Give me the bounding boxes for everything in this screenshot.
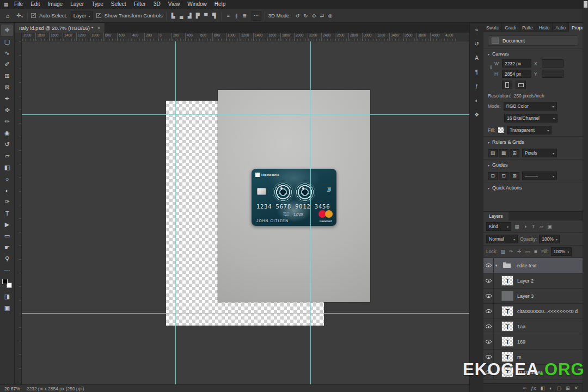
blur-tool[interactable]: ○	[1, 173, 13, 185]
layer-visibility-toggle[interactable]	[483, 304, 494, 318]
hand-tool[interactable]: ☛	[1, 242, 13, 253]
3d-pan-icon[interactable]: ⊕	[310, 11, 317, 21]
color-mode-dropdown[interactable]: RGB Color	[504, 102, 557, 111]
layer-row[interactable]: 1aa	[483, 319, 583, 334]
height-input[interactable]: 2854 px	[502, 70, 531, 78]
align-top-icon[interactable]: ▛	[194, 11, 201, 21]
align-h-center-icon[interactable]: ▄	[178, 11, 185, 21]
new-group-icon[interactable]: ▢	[556, 385, 561, 391]
gradient-tool[interactable]: ◧	[1, 162, 13, 173]
guide-horizontal-bottom[interactable]	[22, 313, 469, 314]
3d-scale-icon[interactable]: ◎	[327, 11, 334, 21]
current-tool-button[interactable]: ✛	[15, 11, 24, 21]
clone-stamp-tool[interactable]: ◉	[1, 127, 13, 139]
rulers-grids-section-header[interactable]: Rulers & Grids	[483, 136, 583, 147]
panel-scrollbar[interactable]	[583, 0, 588, 392]
add-vertical-guide-icon[interactable]: ⊡	[499, 172, 509, 180]
tab-actions[interactable]: Actio	[553, 23, 569, 32]
clear-guides-icon[interactable]: ⊠	[510, 172, 519, 180]
home-icon[interactable]: ⌂	[3, 11, 12, 21]
layer-thumbnail[interactable]	[502, 337, 513, 346]
distribute-v-icon[interactable]: ≡	[225, 11, 232, 21]
bit-depth-dropdown[interactable]: 16 Bits/Channel	[504, 114, 558, 122]
guide-horizontal-top[interactable]	[22, 114, 469, 115]
layer-row[interactable]: Layer 2	[483, 273, 583, 289]
healing-brush-tool[interactable]: ✜	[1, 105, 13, 116]
color-swatches[interactable]	[2, 279, 12, 288]
lock-transparency-icon[interactable]: ▨	[499, 248, 506, 255]
layer-name[interactable]: m	[517, 354, 583, 360]
glyphs-panel-icon[interactable]: ƒ	[471, 82, 482, 90]
scrollbar-thumb[interactable]	[584, 1, 587, 8]
portrait-orientation-button[interactable]	[502, 81, 512, 89]
align-v-center-icon[interactable]: ▀	[203, 11, 210, 21]
layer-thumbnail[interactable]	[501, 261, 512, 270]
canvas-area[interactable]: Hipotecario ))) 1234 5678 9012 3456 VALI…	[22, 41, 469, 384]
delete-layer-icon[interactable]: ✕	[574, 385, 578, 391]
libraries-panel-icon[interactable]: ❖	[471, 110, 482, 119]
tab-gradients[interactable]: Gradi	[502, 23, 519, 32]
layer-name[interactable]: cita0000000...<<<<<<<<0 d	[517, 309, 583, 314]
character-panel-icon[interactable]: A	[471, 53, 482, 62]
guides-section-header[interactable]: Guides	[483, 159, 583, 170]
toggle-rulers-icon[interactable]: ▤	[488, 149, 498, 157]
menu-item[interactable]: Type	[88, 0, 107, 9]
more-options-button[interactable]: ⋯	[252, 11, 261, 21]
x-input[interactable]	[542, 59, 564, 68]
tab-patterns[interactable]: Patte	[519, 23, 536, 32]
canvas-section-header[interactable]: Canvas	[483, 48, 583, 59]
width-input[interactable]: 2232 px	[502, 59, 531, 68]
link-layers-icon[interactable]: ∞	[523, 385, 526, 391]
layer-name[interactable]: 169	[517, 339, 583, 345]
quick-selection-tool[interactable]: ✐	[1, 59, 13, 70]
opacity-input[interactable]: 100%	[539, 235, 560, 243]
menu-item[interactable]: Layer	[66, 0, 88, 9]
lock-artboard-icon[interactable]: ▭	[524, 248, 531, 255]
history-panel-icon[interactable]: ↺	[471, 39, 482, 48]
layer-name[interactable]: Layer 3	[517, 293, 583, 299]
layer-name[interactable]: Layer 2	[517, 278, 583, 284]
3d-slide-icon[interactable]: ⇄	[318, 11, 326, 21]
layer-thumbnail[interactable]	[502, 276, 513, 285]
3d-roll-icon[interactable]: ↻	[302, 11, 309, 21]
align-bottom-icon[interactable]: ▜	[211, 11, 218, 21]
layer-visibility-toggle[interactable]	[483, 289, 494, 303]
lasso-tool[interactable]: ∿	[1, 47, 13, 59]
move-tool[interactable]: ✛	[1, 24, 13, 36]
ruler-origin-box[interactable]	[15, 33, 22, 41]
path-selection-tool[interactable]: ▶	[1, 219, 13, 230]
photo-layer[interactable]: Hipotecario ))) 1234 5678 9012 3456 VALI…	[218, 90, 370, 302]
marquee-tool[interactable]: ▢	[1, 36, 13, 47]
layer-fill-input[interactable]: 100%	[551, 247, 572, 256]
close-tab-icon[interactable]: ×	[97, 25, 100, 31]
guide-vertical-right[interactable]	[310, 41, 311, 384]
adjustment-layer-icon[interactable]: ◐	[549, 385, 552, 391]
blend-mode-dropdown[interactable]: Normal	[486, 235, 518, 243]
menu-item[interactable]: View	[164, 0, 184, 9]
filter-smart-objects-icon[interactable]: ▣	[546, 223, 553, 230]
foreground-color-swatch[interactable]	[2, 279, 8, 284]
link-dimensions-icon[interactable]: ∞	[488, 65, 494, 72]
layer-name[interactable]: edite text	[517, 263, 583, 268]
show-transform-checkbox[interactable]	[96, 13, 101, 18]
guide-vertical-left[interactable]	[175, 41, 176, 384]
lock-position-icon[interactable]: ✛	[516, 248, 523, 255]
filter-adjustment-layers-icon[interactable]: ◑	[522, 223, 529, 230]
lock-all-icon[interactable]: ■	[532, 248, 539, 255]
crop-tool[interactable]: ⊞	[1, 70, 13, 82]
type-tool[interactable]: T	[1, 207, 13, 219]
eraser-tool[interactable]: ▱	[1, 150, 13, 162]
menu-item[interactable]: Edit	[27, 0, 44, 9]
zoom-tool[interactable]: ⚲	[1, 253, 13, 265]
layer-name[interactable]: 1aa	[517, 324, 583, 329]
tab-history[interactable]: Histo	[536, 23, 553, 32]
group-expand-icon[interactable]	[494, 264, 499, 268]
properties-target[interactable]: Document	[488, 35, 578, 46]
filter-shape-layers-icon[interactable]: ▱	[538, 223, 545, 230]
align-right-icon[interactable]: ▟	[186, 11, 193, 21]
auto-select-target-dropdown[interactable]: Layer	[71, 11, 93, 20]
menu-item[interactable]: File	[10, 0, 27, 9]
layer-row[interactable]: edite text	[483, 258, 583, 273]
eyedropper-tool[interactable]: ✒	[1, 93, 13, 105]
edit-toolbar-button[interactable]: ⋯	[1, 265, 13, 276]
